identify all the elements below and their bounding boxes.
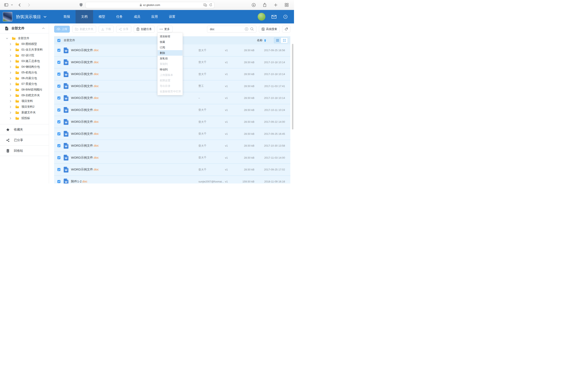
share-page-icon[interactable] — [262, 2, 268, 8]
row-checkbox[interactable] — [57, 73, 61, 76]
file-name[interactable]: WORD示例文件.doc — [71, 132, 199, 136]
nav-tab-6[interactable]: 应用 — [146, 10, 163, 24]
tab-overview-icon[interactable] — [284, 2, 290, 8]
sidebar-item-share[interactable]: 已分享 — [0, 135, 49, 145]
file-row[interactable]: WWORD示例文件.doc曾大千v128.50 kB2017-09-25 17:… — [54, 164, 290, 176]
row-checkbox[interactable] — [57, 180, 61, 183]
folder-item[interactable]: 06-内装分包 — [0, 75, 49, 81]
row-checkbox[interactable] — [57, 156, 61, 159]
chevron-right-icon[interactable] — [9, 117, 12, 119]
nav-tab-1[interactable]: 简报 — [58, 10, 76, 24]
file-row[interactable]: WWORD示例文件.doc曾大千v128.50 kB2017-09-22 14:… — [54, 116, 290, 128]
menu-item[interactable]: 添加标签 — [158, 34, 182, 39]
folder-item[interactable]: 04-钢结构分包 — [0, 64, 49, 70]
sidebar-item-trash[interactable]: 回收站 — [0, 145, 49, 156]
file-row[interactable]: WWORD示例文件.doc曾大千v128.50 kB2017-10-11 10:… — [54, 104, 290, 116]
file-row[interactable]: WWORD示例文件.doc曾大千v128.50 kB2017-10-30 13:… — [54, 140, 290, 152]
file-name[interactable]: WORD示例文件.doc — [71, 156, 199, 160]
back-button-icon[interactable] — [17, 2, 22, 8]
file-row[interactable]: WWORD示例文件.doc曾大千v128.50 kB2017-09-25 16:… — [54, 128, 290, 140]
chevron-right-icon[interactable] — [9, 89, 12, 91]
collapse-chevron-up-icon[interactable] — [42, 27, 45, 29]
upload-button[interactable]: 上传 — [54, 26, 70, 33]
chevron-right-icon[interactable] — [9, 43, 12, 45]
create-task-button[interactable]: 创建任务 — [134, 26, 155, 33]
folder-item[interactable]: 01-业主共享资料 — [0, 47, 49, 53]
menu-item[interactable]: 收藏 — [158, 39, 182, 45]
folder-item[interactable]: 招投标 — [0, 115, 49, 121]
folder-item[interactable]: 07-景观分包 — [0, 81, 49, 87]
chevron-right-icon[interactable] — [9, 94, 12, 97]
advanced-search-button[interactable]: 高级搜索 — [259, 26, 280, 33]
file-name[interactable]: 附件1-2.doc — [71, 180, 199, 184]
tag-button[interactable] — [282, 26, 290, 33]
nav-tab-4[interactable]: 任务 — [111, 10, 128, 24]
row-checkbox[interactable] — [57, 144, 61, 147]
chevron-right-icon[interactable] — [9, 66, 12, 68]
menu-item[interactable]: 订阅 — [158, 45, 182, 50]
nav-tab-2-active[interactable]: 文档 — [76, 10, 93, 24]
file-row[interactable]: W附件1-2.docsunjie2007@foxmai...v1159.50 k… — [54, 176, 290, 184]
folder-item[interactable]: 项目资料2 — [0, 104, 49, 110]
chevron-down-icon[interactable] — [6, 38, 8, 39]
row-checkbox[interactable] — [57, 168, 61, 171]
privacy-shield-icon[interactable] — [80, 3, 83, 7]
menu-item[interactable]: 发私信 — [158, 56, 182, 61]
chevron-right-icon[interactable] — [9, 72, 12, 74]
page-scrollbar[interactable] — [292, 44, 293, 129]
folder-item[interactable]: 05-机电分包 — [0, 70, 49, 75]
project-switcher[interactable]: 协筑演示项目 — [16, 14, 47, 20]
clear-search-icon[interactable] — [245, 27, 248, 31]
browser-sidebar-toggle-icon[interactable] — [3, 2, 9, 8]
file-name[interactable]: WORD示例文件.doc — [71, 96, 199, 100]
row-checkbox[interactable] — [57, 85, 61, 88]
select-all-checkbox[interactable] — [57, 39, 61, 42]
sidebar-chevron-down-icon[interactable] — [10, 2, 13, 8]
list-view-button[interactable] — [274, 38, 281, 43]
tree-root-item[interactable]: 全部文件 — [0, 35, 49, 41]
folder-item[interactable]: 09-归档文件夹 — [0, 92, 49, 98]
chevron-right-icon[interactable] — [9, 77, 12, 80]
share-button[interactable]: 分享 — [116, 26, 131, 33]
sidebar-item-star[interactable]: 收藏夹 — [0, 124, 49, 135]
search-input[interactable] — [207, 26, 256, 33]
row-checkbox[interactable] — [57, 108, 61, 111]
reload-icon[interactable] — [209, 3, 212, 7]
folder-item[interactable]: 新建文件夹 — [0, 110, 49, 115]
translate-icon[interactable]: A文 — [204, 3, 207, 7]
sidebar-section-header[interactable]: 全部文件 — [0, 24, 49, 33]
folder-item[interactable]: 02-设计院 — [0, 53, 49, 58]
row-checkbox[interactable] — [57, 120, 61, 123]
search-icon[interactable] — [250, 27, 254, 31]
user-avatar[interactable] — [258, 13, 265, 21]
sort-by-name[interactable]: 名称 — [257, 39, 266, 42]
download-button[interactable]: 下载 — [99, 26, 114, 33]
file-name[interactable]: WORD示例文件.doc — [71, 108, 199, 112]
file-row[interactable]: WWORD示例文件.doc曾大千v128.50 kB2017-11-03 14:… — [54, 152, 290, 164]
file-name[interactable]: WORD示例文件.doc — [71, 167, 199, 171]
downloads-icon[interactable] — [251, 2, 256, 8]
nav-tab-7[interactable]: 设置 — [163, 10, 181, 24]
chevron-right-icon[interactable] — [9, 60, 12, 62]
chevron-right-icon[interactable] — [9, 111, 12, 114]
grid-view-button[interactable] — [281, 38, 288, 43]
messages-icon[interactable] — [271, 14, 277, 20]
nav-tab-5[interactable]: 成员 — [128, 10, 146, 24]
folder-item[interactable]: 03-施工总承包 — [0, 58, 49, 64]
folder-item[interactable]: 08-BIM咨询顾问 — [0, 87, 49, 92]
chevron-right-icon[interactable] — [9, 83, 12, 85]
folder-item[interactable]: 00-图纸模型 — [0, 41, 49, 47]
row-checkbox[interactable] — [57, 132, 61, 135]
file-name[interactable]: WORD示例文件.doc — [71, 144, 199, 148]
chevron-right-icon[interactable] — [9, 54, 12, 57]
menu-item[interactable]: 删除 — [158, 50, 182, 56]
chevron-right-icon[interactable] — [9, 100, 12, 102]
folder-item[interactable]: 项目资料 — [0, 98, 49, 104]
file-name[interactable]: WORD示例文件.doc — [71, 120, 199, 124]
new-folder-button[interactable]: 新建文件夹 — [72, 26, 96, 33]
help-icon[interactable]: ? — [283, 14, 288, 20]
new-tab-icon[interactable] — [273, 2, 278, 8]
forward-button-icon[interactable] — [26, 2, 32, 8]
nav-tab-3[interactable]: 模型 — [93, 10, 111, 24]
chevron-right-icon[interactable] — [9, 106, 12, 108]
